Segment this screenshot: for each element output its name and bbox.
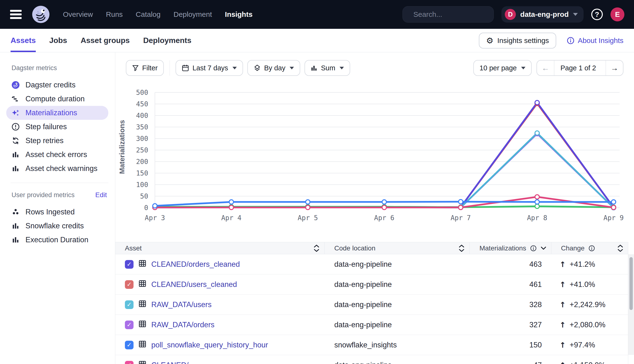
column-header-materializations[interactable]: Materializations: [470, 242, 552, 254]
svg-text:Apr 8: Apr 8: [527, 214, 547, 222]
nav-link-runs[interactable]: Runs: [106, 10, 123, 18]
asset-table-icon: [138, 300, 146, 310]
sidebar-item-compute-duration[interactable]: Compute duration: [6, 92, 108, 106]
layers-icon: [254, 64, 261, 72]
arrow-up-icon: ↑: [560, 300, 566, 309]
asset-link[interactable]: CLEANED/users_cleaned: [151, 280, 237, 289]
table-row: ✓CLEANED/…data-eng-pipeline47↑+1,150.0%: [115, 355, 628, 364]
info-icon: [588, 245, 595, 252]
info-icon: [567, 37, 574, 44]
column-header-change[interactable]: Change: [552, 242, 628, 254]
next-page-button[interactable]: →: [606, 60, 623, 76]
per-page-button[interactable]: 10 per page: [473, 60, 532, 76]
search-input[interactable]: [413, 10, 506, 18]
sort-icon[interactable]: [314, 244, 320, 252]
materializations-cell: 150: [470, 335, 552, 355]
materializations-cell: 47: [470, 355, 552, 364]
sidebar-section-title: User provided metrics: [12, 191, 75, 199]
chevron-down-icon: [290, 67, 294, 70]
workspace-switcher[interactable]: D data-eng-prod: [502, 6, 584, 22]
tab-deployments[interactable]: Deployments: [143, 29, 192, 52]
hamburger-menu-icon[interactable]: [10, 9, 22, 20]
sparkles-icon: [12, 109, 20, 117]
sidebar-item-step-retries[interactable]: Step retries: [6, 134, 108, 148]
asset-table-icon: [138, 259, 146, 270]
date-range-button[interactable]: Last 7 days: [176, 60, 243, 76]
metrics-sidebar: Dagster metrics Dagster creditsCompute d…: [0, 52, 115, 364]
sidebar-item-materializations[interactable]: Materializations: [6, 106, 108, 120]
gear-icon: ⚙: [486, 36, 493, 45]
table-row: ✓RAW_DATA/ordersdata-eng-pipeline327↑+2,…: [115, 315, 628, 335]
nav-link-overview[interactable]: Overview: [63, 10, 93, 18]
sidebar-item-label: Rows Ingested: [26, 208, 75, 216]
asset-link[interactable]: RAW_DATA/orders: [151, 320, 214, 329]
svg-text:300: 300: [136, 135, 148, 142]
materializations-cell: 463: [470, 254, 552, 274]
sidebar-item-execution-duration[interactable]: Execution Duration: [6, 233, 108, 247]
sidebar-item-label: Snowflake credits: [26, 222, 84, 230]
sidebar-item-asset-check-errors[interactable]: Asset check errors: [6, 148, 108, 162]
svg-text:Apr 9: Apr 9: [604, 214, 624, 222]
row-checkbox[interactable]: ✓: [125, 260, 134, 269]
sidebar-item-snowflake-credits[interactable]: Snowflake credits: [6, 219, 108, 233]
sort-icon[interactable]: [617, 244, 624, 252]
row-checkbox[interactable]: ✓: [125, 341, 134, 349]
tabs: AssetsJobsAsset groupsDeployments: [10, 29, 192, 52]
code-location-cell: data-eng-pipeline: [325, 254, 470, 274]
code-location-cell: snowflake_insights: [325, 335, 470, 355]
materializations-cell: 328: [470, 294, 552, 314]
chevron-down-icon[interactable]: [540, 246, 546, 250]
row-checkbox[interactable]: ✓: [125, 280, 134, 289]
code-location-cell: data-eng-pipeline: [325, 315, 470, 335]
bar-chart-icon: [12, 222, 20, 230]
user-avatar[interactable]: E: [610, 8, 624, 21]
group-by-button[interactable]: By day: [247, 60, 300, 76]
materializations-line-chart: Materializations 05010015020025030035040…: [115, 79, 634, 238]
svg-text:250: 250: [136, 146, 148, 154]
table-scrollbar: [628, 254, 634, 355]
workspace-name: data-eng-prod: [520, 10, 569, 18]
row-checkbox[interactable]: ✓: [125, 361, 134, 364]
nav-link-insights[interactable]: Insights: [225, 10, 253, 18]
column-header-code-location[interactable]: Code location: [325, 242, 470, 254]
help-icon[interactable]: ?: [591, 9, 603, 20]
asset-link[interactable]: RAW_DATA/users: [151, 300, 212, 309]
row-checkbox[interactable]: ✓: [125, 320, 134, 329]
aggregation-button[interactable]: Sum: [304, 60, 350, 76]
nav-link-catalog[interactable]: Catalog: [136, 10, 160, 18]
chevron-down-icon: [340, 67, 344, 70]
insights-settings-button[interactable]: ⚙ Insights settings: [479, 33, 556, 48]
bar-chart-icon: [12, 236, 20, 244]
page-indicator-button[interactable]: Page 1 of 2: [554, 60, 606, 76]
dagster-logo-icon[interactable]: [32, 5, 50, 24]
sort-icon[interactable]: [458, 244, 465, 252]
nav-link-deployment[interactable]: Deployment: [174, 10, 212, 18]
materializations-cell: 327: [470, 315, 552, 335]
asset-table-icon: [138, 360, 146, 364]
filter-icon: [132, 64, 139, 71]
sub-nav: AssetsJobsAsset groupsDeployments ⚙ Insi…: [0, 29, 634, 52]
column-header-asset[interactable]: Asset: [115, 242, 325, 254]
asset-link[interactable]: CLEANED/…: [151, 361, 196, 364]
svg-text:Apr 4: Apr 4: [221, 214, 241, 222]
sidebar-item-label: Step failures: [26, 122, 67, 131]
tab-asset-groups[interactable]: Asset groups: [81, 29, 130, 52]
svg-text:Apr 6: Apr 6: [374, 214, 394, 222]
sidebar-item-step-failures[interactable]: Step failures: [6, 120, 108, 134]
duration-icon: [12, 95, 20, 103]
asset-link[interactable]: CLEANED/orders_cleaned: [151, 260, 240, 269]
sidebar-item-rows-ingested[interactable]: Rows Ingested: [6, 205, 108, 219]
filter-button[interactable]: Filter: [126, 60, 164, 76]
row-checkbox[interactable]: ✓: [125, 300, 134, 309]
tab-jobs[interactable]: Jobs: [49, 29, 67, 52]
tab-assets[interactable]: Assets: [10, 29, 36, 52]
sidebar-item-asset-check-warnings[interactable]: Asset check warnings: [6, 162, 108, 176]
scrollbar-thumb[interactable]: [630, 257, 633, 310]
prev-page-button[interactable]: ←: [537, 60, 554, 76]
edit-metrics-link[interactable]: Edit: [95, 191, 107, 199]
table-row: ✓RAW_DATA/usersdata-eng-pipeline328↑+2,2…: [115, 294, 628, 315]
sidebar-item-dagster-credits[interactable]: Dagster credits: [6, 78, 108, 92]
asset-link[interactable]: poll_snowflake_query_history_hour: [151, 341, 268, 349]
about-insights-link[interactable]: About Insights: [567, 36, 624, 45]
search-box[interactable]: /: [402, 6, 494, 22]
